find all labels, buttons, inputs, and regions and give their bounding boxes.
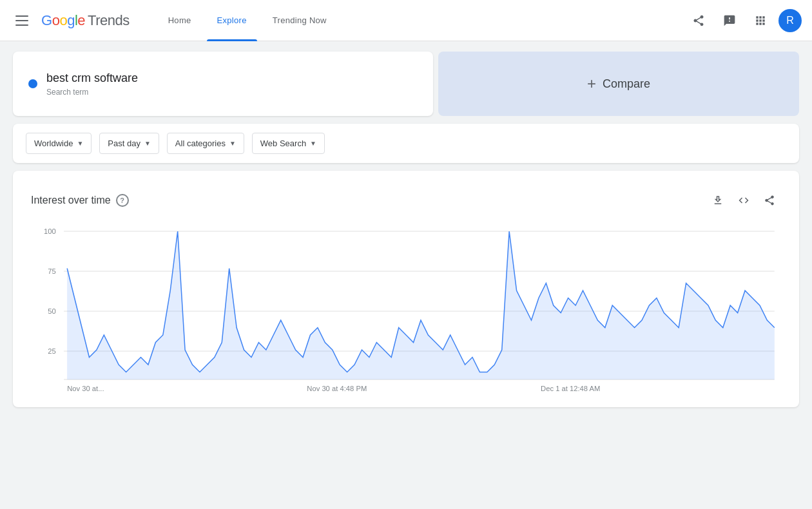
compare-label: Compare bbox=[603, 77, 650, 91]
main-nav: Home Explore Trending Now bbox=[158, 0, 337, 41]
chart-card: Interest over time ? bbox=[13, 171, 799, 407]
time-filter-label: Past day bbox=[108, 139, 140, 148]
share-button[interactable] bbox=[686, 8, 711, 34]
chart-title-group: Interest over time ? bbox=[31, 194, 129, 207]
x-label-end: Dec 1 at 12:48 AM bbox=[541, 385, 600, 392]
embed-icon bbox=[738, 195, 749, 206]
compare-plus-icon: + bbox=[587, 75, 596, 93]
logo: Google Trends bbox=[41, 12, 130, 29]
y-label-50: 50 bbox=[48, 307, 55, 315]
main-content: best crm software Search term + Compare … bbox=[0, 41, 812, 418]
time-filter-arrow: ▼ bbox=[144, 140, 151, 147]
chart-actions bbox=[706, 189, 781, 212]
geo-filter-label: Worldwide bbox=[34, 139, 73, 148]
menu-button[interactable] bbox=[10, 10, 34, 31]
y-label-75: 75 bbox=[48, 267, 55, 275]
nav-explore[interactable]: Explore bbox=[207, 0, 257, 41]
search-term-info: best crm software Search term bbox=[46, 71, 138, 97]
feedback-button[interactable] bbox=[717, 8, 742, 34]
nav-trending-now[interactable]: Trending Now bbox=[262, 0, 337, 41]
download-icon bbox=[712, 195, 724, 206]
chart-area-fill bbox=[67, 231, 775, 379]
search-term-text: best crm software bbox=[46, 71, 138, 86]
chart-title: Interest over time bbox=[31, 195, 111, 206]
feedback-icon bbox=[723, 14, 736, 27]
x-label-start: Nov 30 at... bbox=[67, 385, 104, 392]
geo-filter[interactable]: Worldwide ▼ bbox=[26, 133, 92, 154]
interest-chart: 100 75 50 25 Nov 30 at... Nov 30 at 4:48… bbox=[31, 225, 781, 392]
search-type-filter-arrow: ▼ bbox=[310, 140, 316, 147]
chart-share-button[interactable] bbox=[758, 189, 781, 212]
chart-container: 100 75 50 25 Nov 30 at... Nov 30 at 4:48… bbox=[31, 225, 781, 394]
category-filter[interactable]: All categories ▼ bbox=[167, 133, 244, 154]
search-term-card: best crm software Search term bbox=[13, 52, 433, 116]
header: Google Trends Home Explore Trending Now … bbox=[0, 0, 812, 41]
search-dot bbox=[28, 79, 37, 88]
apps-icon bbox=[754, 14, 767, 27]
header-left: Google Trends Home Explore Trending Now bbox=[10, 0, 337, 41]
time-filter[interactable]: Past day ▼ bbox=[99, 133, 159, 154]
apps-button[interactable] bbox=[748, 8, 773, 34]
embed-button[interactable] bbox=[732, 189, 755, 212]
geo-filter-arrow: ▼ bbox=[77, 140, 83, 147]
search-type-filter[interactable]: Web Search ▼ bbox=[252, 133, 325, 154]
search-type-filter-label: Web Search bbox=[260, 139, 306, 148]
avatar[interactable]: R bbox=[778, 9, 802, 32]
chart-header: Interest over time ? bbox=[31, 189, 781, 212]
logo-trends: Trends bbox=[88, 12, 130, 29]
x-label-mid: Nov 30 at 4:48 PM bbox=[307, 385, 367, 392]
compare-card[interactable]: + Compare bbox=[438, 52, 799, 116]
share-icon bbox=[692, 14, 705, 27]
filter-row: Worldwide ▼ Past day ▼ All categories ▼ … bbox=[13, 124, 799, 163]
help-icon[interactable]: ? bbox=[116, 194, 129, 207]
y-label-100: 100 bbox=[44, 227, 56, 235]
header-right: R bbox=[686, 8, 802, 34]
chart-share-icon bbox=[764, 195, 775, 206]
nav-home[interactable]: Home bbox=[158, 0, 202, 41]
logo-google: Google bbox=[41, 12, 85, 29]
y-label-25: 25 bbox=[48, 347, 55, 355]
download-button[interactable] bbox=[706, 189, 730, 212]
search-term-label: Search term bbox=[46, 88, 138, 97]
search-compare-row: best crm software Search term + Compare bbox=[13, 52, 799, 116]
category-filter-arrow: ▼ bbox=[229, 140, 236, 147]
category-filter-label: All categories bbox=[175, 139, 226, 148]
